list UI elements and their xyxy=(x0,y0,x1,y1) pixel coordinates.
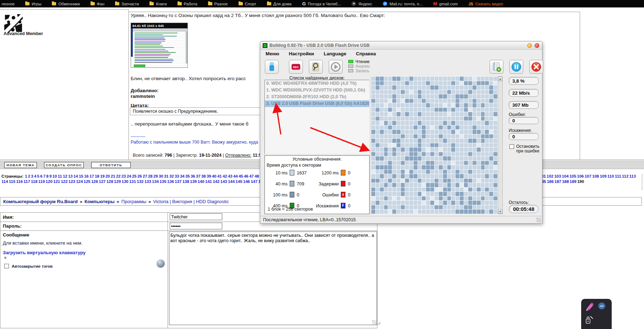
page-link[interactable]: 34 xyxy=(180,174,185,178)
page-link[interactable]: 190 xyxy=(577,179,584,184)
disk-item[interactable]: 2. ST2000DM008-2FR102 HDD (2,0 Tb) xyxy=(265,94,369,100)
page-link[interactable]: 32 xyxy=(169,174,174,178)
bookmark-item[interactable]: Спорт xyxy=(239,2,256,6)
page-link[interactable]: 123 xyxy=(69,179,75,184)
page-link[interactable]: 11 xyxy=(58,174,62,178)
autoclose-checkbox[interactable] xyxy=(4,264,9,268)
page-link[interactable]: 141 xyxy=(205,179,212,184)
bookmark-item[interactable]: Игры xyxy=(25,2,41,6)
page-link[interactable]: 25 xyxy=(132,174,137,178)
page-link[interactable]: 27 xyxy=(143,174,147,178)
page-link[interactable]: 37 xyxy=(196,174,201,178)
page-link[interactable]: 112 xyxy=(622,174,629,178)
page-link[interactable]: 28 xyxy=(148,174,153,178)
menu-item-меню[interactable]: Меню xyxy=(266,51,279,56)
textarea-resize-handle[interactable] xyxy=(372,320,376,324)
breadcrumb-item[interactable]: Victoria | Виктория | HDD Diagnostic xyxy=(153,199,229,204)
page-link[interactable]: 121 xyxy=(53,179,60,184)
page-link[interactable]: 44 xyxy=(233,174,238,178)
page-link[interactable]: 104 xyxy=(562,174,569,178)
page-link[interactable]: 42 xyxy=(223,174,227,178)
page-link[interactable]: 103 xyxy=(554,174,561,178)
menu-item-настройки[interactable]: Настройки xyxy=(289,51,314,56)
bookmark-item[interactable]: Книги xyxy=(149,2,167,6)
page-link[interactable]: 38 xyxy=(201,174,206,178)
page-link[interactable]: 106 xyxy=(577,174,584,178)
page-link[interactable]: 30 xyxy=(159,174,163,178)
bookmark-item[interactable]: лезное xyxy=(1,2,15,6)
highlighter-icon[interactable] xyxy=(585,301,595,312)
page-link[interactable]: 188 xyxy=(562,179,569,184)
scroll-down-icon[interactable]: ▼ xyxy=(498,209,502,214)
page-link[interactable]: 115 xyxy=(9,179,16,184)
page-link[interactable]: 189 xyxy=(570,179,577,184)
search-button[interactable] xyxy=(309,60,323,74)
page-link[interactable]: 122 xyxy=(61,179,67,184)
page-link[interactable]: 116 xyxy=(16,179,23,184)
page-link[interactable]: 36 xyxy=(191,174,195,178)
page-link[interactable]: 134 xyxy=(152,179,159,184)
bookmark-item[interactable]: ✦Яндекс xyxy=(351,1,372,6)
page-link[interactable]: 144 xyxy=(228,179,235,184)
page-link[interactable]: 126 xyxy=(91,179,98,184)
page-link[interactable]: 22 xyxy=(116,174,121,178)
page-link[interactable]: 35 xyxy=(185,174,190,178)
page-link[interactable]: 8 xyxy=(46,174,48,178)
page-link[interactable]: 7 xyxy=(43,174,45,178)
page-link[interactable]: 21 xyxy=(111,174,115,178)
breadcrumb-item[interactable]: Компьютеры xyxy=(84,199,115,204)
sent-label[interactable]: Отправлено: xyxy=(225,153,251,158)
menu-item-справка[interactable]: Справка xyxy=(356,51,376,56)
bookmark-item[interactable]: Для дома xyxy=(267,2,291,6)
bookmark-item[interactable]: Обменники xyxy=(52,2,80,6)
page-link[interactable]: 33 xyxy=(175,174,179,178)
page-link[interactable]: 120 xyxy=(46,179,53,184)
page-link[interactable]: 14 xyxy=(73,174,78,178)
usb-select-button[interactable] xyxy=(265,60,279,74)
page-link[interactable]: 46 xyxy=(244,174,249,178)
page-link[interactable]: 113 xyxy=(629,174,636,178)
page-link[interactable]: 31 xyxy=(164,174,169,178)
page-link[interactable]: 145 xyxy=(235,179,242,184)
name-input[interactable] xyxy=(170,213,222,220)
bookmark-item[interactable]: Работа xyxy=(178,2,197,6)
page-link[interactable]: 16 xyxy=(84,174,89,178)
bookmark-item[interactable]: Запчасти xyxy=(115,2,139,6)
page-link[interactable]: 118 xyxy=(31,179,38,184)
page-link[interactable]: 110 xyxy=(607,174,614,178)
page-link[interactable]: 139 xyxy=(190,179,197,184)
bookmark-item[interactable]: Фан xyxy=(91,2,105,6)
bookmark-item[interactable]: JSСкачать видео xyxy=(468,2,503,6)
page-link[interactable]: 137 xyxy=(175,179,181,184)
page-link[interactable]: 186 xyxy=(547,179,553,184)
page-link[interactable]: 129 xyxy=(114,179,121,184)
page-link[interactable]: 105 xyxy=(569,174,576,178)
page-link[interactable]: 19 xyxy=(100,174,105,178)
page-link[interactable]: 6 xyxy=(40,174,42,178)
page-link[interactable]: 128 xyxy=(107,179,113,184)
page-link[interactable]: 135 xyxy=(159,179,166,184)
page-link[interactable]: 107 xyxy=(585,174,591,178)
sphere-button[interactable] xyxy=(157,260,165,268)
breadcrumb-item[interactable]: Программы xyxy=(121,199,146,204)
page-link[interactable]: 23 xyxy=(121,174,126,178)
close-button[interactable] xyxy=(535,43,539,48)
page-link[interactable]: 102 xyxy=(547,174,553,178)
page-link[interactable]: 138 xyxy=(182,179,189,184)
page-link[interactable]: 142 xyxy=(213,179,219,184)
page-link[interactable]: 18 xyxy=(95,174,99,178)
breadcrumb-item[interactable]: Компьютерный форум Ru.Board xyxy=(3,199,78,204)
page-link[interactable]: 15 xyxy=(79,174,83,178)
page-link[interactable]: 147 xyxy=(251,179,257,184)
page-link[interactable]: 146 xyxy=(243,179,250,184)
new-topic-button[interactable]: НОВАЯ ТЕМА xyxy=(4,162,37,168)
page-link[interactable]: 136 xyxy=(167,179,174,184)
page-link[interactable]: 3 xyxy=(31,174,33,178)
password-input[interactable] xyxy=(170,223,222,229)
page-link[interactable]: 29 xyxy=(153,174,158,178)
bookmark-item[interactable]: @Mail.ru: почта, п... xyxy=(383,1,422,6)
stop-button[interactable] xyxy=(529,60,543,74)
page-link[interactable]: 47 xyxy=(249,174,254,178)
disk-item[interactable]: 1. WDC WD5000LPVX-22V0TT0 HDD (500,1 Gb) xyxy=(265,87,369,94)
bookmark-item[interactable]: Разное xyxy=(208,2,228,6)
